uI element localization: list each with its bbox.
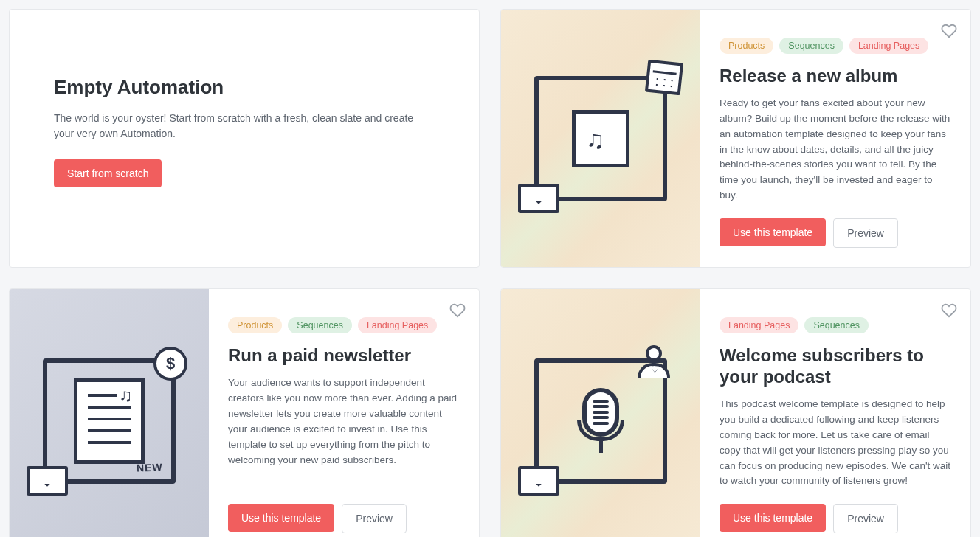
favorite-button[interactable]: [449, 302, 466, 319]
envelope-icon: [518, 466, 559, 496]
template-title: Release a new album: [720, 66, 951, 87]
dollar-icon: $: [153, 347, 187, 381]
tag-list: Landing Pages Sequences: [720, 317, 951, 333]
template-description: Ready to get your fans excited about you…: [720, 96, 951, 204]
start-from-scratch-button[interactable]: Start from scratch: [54, 159, 162, 187]
template-card-release-album: ♫ Products Sequences Landing Pages Relea…: [500, 9, 971, 268]
envelope-icon: [27, 466, 68, 496]
tag-list: Products Sequences Landing Pages: [720, 38, 951, 54]
use-template-button[interactable]: Use this template: [720, 504, 826, 532]
preview-button[interactable]: Preview: [833, 504, 898, 533]
person-icon: ♡: [638, 345, 670, 378]
template-title: Run a paid newsletter: [228, 345, 460, 367]
use-template-button[interactable]: Use this template: [720, 218, 826, 246]
template-title: Welcome subscribers to your podcast: [720, 345, 951, 388]
microphone-icon: [582, 388, 619, 454]
template-illustration: ♫: [501, 10, 700, 267]
envelope-icon: [518, 184, 559, 213]
template-card-podcast-welcome: ♡ Landing Pages Sequences Welcome subscr…: [500, 288, 971, 537]
tag-sequences[interactable]: Sequences: [804, 317, 869, 333]
tag-sequences[interactable]: Sequences: [779, 38, 843, 54]
favorite-button[interactable]: [941, 302, 957, 319]
tag-products[interactable]: Products: [228, 317, 282, 333]
empty-description: The world is your oyster! Start from scr…: [54, 111, 430, 142]
calendar-icon: [645, 59, 683, 95]
use-template-button[interactable]: Use this template: [228, 504, 334, 532]
tag-landing-pages[interactable]: Landing Pages: [358, 317, 437, 333]
tag-products[interactable]: Products: [720, 38, 773, 54]
tag-landing-pages[interactable]: Landing Pages: [720, 317, 798, 333]
empty-automation-card: Empty Automation The world is your oyste…: [9, 9, 480, 268]
music-cd-icon: ♫: [572, 110, 629, 167]
template-description: This podcast welcome template is designe…: [720, 397, 951, 490]
template-illustration: ♡: [501, 289, 700, 537]
template-grid: Empty Automation The world is your oyste…: [9, 9, 971, 537]
preview-button[interactable]: Preview: [342, 504, 407, 533]
empty-title: Empty Automation: [54, 76, 435, 99]
tag-sequences[interactable]: Sequences: [288, 317, 352, 333]
tag-landing-pages[interactable]: Landing Pages: [849, 38, 928, 54]
preview-button[interactable]: Preview: [833, 218, 898, 248]
template-description: Your audience wants to support independe…: [228, 375, 460, 489]
tag-list: Products Sequences Landing Pages: [228, 317, 460, 333]
template-card-paid-newsletter: $ ♫ NEW Products Sequences Landing Pages…: [9, 288, 480, 537]
favorite-button[interactable]: [941, 23, 957, 39]
template-illustration: $ ♫ NEW: [10, 289, 209, 537]
newsletter-icon: ♫ NEW: [74, 378, 145, 464]
